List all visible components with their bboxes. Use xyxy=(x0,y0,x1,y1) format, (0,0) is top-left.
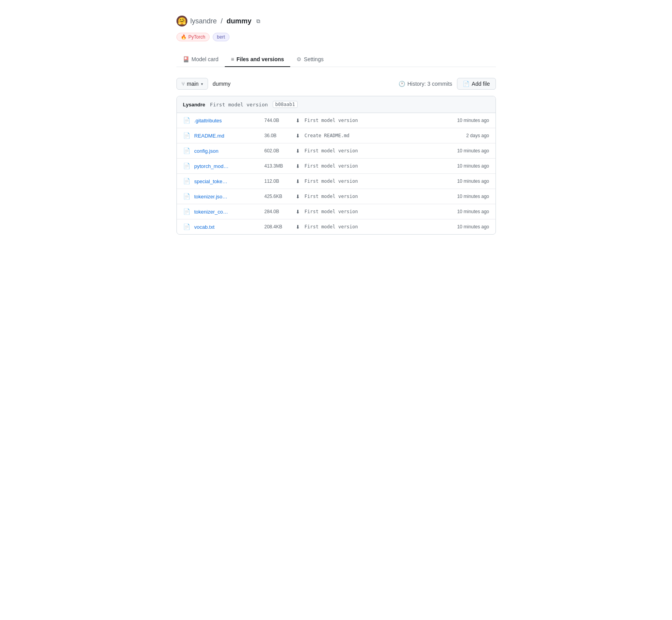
model-card-icon: 🎴 xyxy=(183,56,189,62)
file-time: 10 minutes ago xyxy=(443,163,489,169)
file-plus-icon: 📄 xyxy=(463,81,469,87)
file-name[interactable]: config.json xyxy=(194,148,265,154)
file-icon: 📄 xyxy=(183,117,190,124)
file-time: 10 minutes ago xyxy=(443,178,489,184)
files-icon: ≡ xyxy=(231,56,234,62)
download-icon[interactable]: ⬇ xyxy=(296,133,300,139)
table-row: 📄 vocab.txt 208.4KB ⬇ First model versio… xyxy=(177,219,496,234)
tab-files-and-versions[interactable]: ≡ Files and versions xyxy=(225,52,290,67)
table-row: 📄 config.json 602.0B ⬇ First model versi… xyxy=(177,143,496,159)
current-path: dummy xyxy=(213,81,231,87)
file-name[interactable]: vocab.txt xyxy=(194,224,265,230)
tab-files-label: Files and versions xyxy=(236,56,284,62)
file-time: 10 minutes ago xyxy=(443,194,489,199)
file-size: 602.0B xyxy=(265,148,296,154)
branch-name: main xyxy=(187,81,199,87)
commit-message: First model version xyxy=(210,102,268,108)
file-size: 284.0B xyxy=(265,209,296,214)
tag-pytorch[interactable]: 🔥 PyTorch xyxy=(176,33,210,41)
add-file-label: Add file xyxy=(472,81,490,87)
file-commit: First model version xyxy=(305,118,443,123)
file-commit: First model version xyxy=(305,148,443,154)
tab-model-card-label: Model card xyxy=(192,56,219,62)
chevron-down-icon: ▾ xyxy=(201,82,203,86)
download-icon[interactable]: ⬇ xyxy=(296,178,300,184)
file-commit: First model version xyxy=(305,194,443,199)
table-row: 📄 README.md 36.0B ⬇ Create README.md 2 d… xyxy=(177,128,496,143)
tag-bert-label: bert xyxy=(217,34,225,40)
tab-settings[interactable]: ⚙ Settings xyxy=(290,52,330,67)
avatar: 🤗 xyxy=(176,16,187,26)
branch-button[interactable]: ⑂ main ▾ xyxy=(176,78,208,90)
download-icon[interactable]: ⬇ xyxy=(296,224,300,230)
table-row: 📄 special_toke… 112.0B ⬇ First model ver… xyxy=(177,174,496,189)
repo-header: 🤗 lysandre / dummy ⧉ xyxy=(176,16,496,26)
file-size: 208.4KB xyxy=(265,224,296,230)
repo-slash: / xyxy=(221,17,223,25)
settings-icon: ⚙ xyxy=(296,56,302,62)
file-icon: 📄 xyxy=(183,163,190,170)
download-icon[interactable]: ⬇ xyxy=(296,163,300,169)
add-file-button[interactable]: 📄 Add file xyxy=(457,78,496,90)
file-time: 10 minutes ago xyxy=(443,209,489,214)
file-size: 425.6KB xyxy=(265,194,296,199)
file-size: 36.0B xyxy=(265,133,296,138)
commit-hash[interactable]: b08aab1 xyxy=(273,101,298,108)
file-name[interactable]: pytorch_mod… xyxy=(194,163,265,169)
history-label: History: 3 commits xyxy=(407,81,452,87)
download-icon[interactable]: ⬇ xyxy=(296,118,300,124)
history-button[interactable]: 🕐 History: 3 commits xyxy=(399,81,452,87)
table-row: 📄 tokenizer_co… 284.0B ⬇ First model ver… xyxy=(177,204,496,219)
file-icon: 📄 xyxy=(183,208,190,215)
file-size: 112.0B xyxy=(265,178,296,184)
tag-bert[interactable]: bert xyxy=(213,33,229,41)
file-commit: Create README.md xyxy=(305,133,443,138)
table-row: 📄 .gitattributes 744.0B ⬇ First model ve… xyxy=(177,113,496,128)
file-time: 2 days ago xyxy=(443,133,489,138)
toolbar-left: ⑂ main ▾ dummy xyxy=(176,78,231,90)
tag-pytorch-label: PyTorch xyxy=(189,34,205,40)
commit-header: Lysandre First model version b08aab1 xyxy=(177,96,496,113)
file-name[interactable]: tokenizer.jso… xyxy=(194,194,265,200)
file-icon: 📄 xyxy=(183,132,190,139)
file-size: 413.3MB xyxy=(265,163,296,169)
file-time: 10 minutes ago xyxy=(443,224,489,230)
download-icon[interactable]: ⬇ xyxy=(296,209,300,215)
file-commit: First model version xyxy=(305,178,443,184)
file-commit: First model version xyxy=(305,163,443,169)
tabs: 🎴 Model card ≡ Files and versions ⚙ Sett… xyxy=(176,52,496,67)
file-icon: 📄 xyxy=(183,147,190,154)
branch-icon: ⑂ xyxy=(182,81,185,87)
tab-settings-label: Settings xyxy=(304,56,324,62)
tab-model-card[interactable]: 🎴 Model card xyxy=(176,52,225,67)
commit-author: Lysandre xyxy=(183,102,205,108)
table-row: 📄 tokenizer.jso… 425.6KB ⬇ First model v… xyxy=(177,189,496,204)
table-row: 📄 pytorch_mod… 413.3MB ⬇ First model ver… xyxy=(177,159,496,174)
file-size: 744.0B xyxy=(265,118,296,123)
file-commit: First model version xyxy=(305,209,443,214)
file-name[interactable]: tokenizer_co… xyxy=(194,209,265,215)
toolbar-right: 🕐 History: 3 commits 📄 Add file xyxy=(399,78,496,90)
pytorch-fire-icon: 🔥 xyxy=(181,34,187,40)
file-time: 10 minutes ago xyxy=(443,118,489,123)
repo-owner[interactable]: lysandre xyxy=(190,17,217,25)
copy-icon[interactable]: ⧉ xyxy=(256,18,260,25)
download-icon[interactable]: ⬇ xyxy=(296,194,300,200)
clock-icon: 🕐 xyxy=(399,81,405,87)
file-table: Lysandre First model version b08aab1 📄 .… xyxy=(176,96,496,235)
toolbar: ⑂ main ▾ dummy 🕐 History: 3 commits 📄 Ad… xyxy=(176,78,496,90)
tags: 🔥 PyTorch bert xyxy=(176,33,496,41)
file-name[interactable]: README.md xyxy=(194,133,265,139)
file-commit: First model version xyxy=(305,224,443,230)
file-time: 10 minutes ago xyxy=(443,148,489,154)
file-icon: 📄 xyxy=(183,193,190,200)
file-name[interactable]: .gitattributes xyxy=(194,118,265,124)
file-name[interactable]: special_toke… xyxy=(194,178,265,184)
file-icon: 📄 xyxy=(183,178,190,185)
file-icon: 📄 xyxy=(183,223,190,230)
download-icon[interactable]: ⬇ xyxy=(296,148,300,154)
repo-name[interactable]: dummy xyxy=(227,17,252,25)
